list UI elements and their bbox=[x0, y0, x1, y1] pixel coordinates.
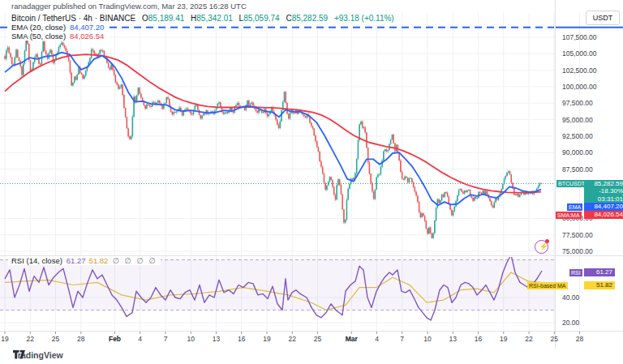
time-tick-label: 4 bbox=[129, 335, 152, 343]
time-tick-label: 16 bbox=[467, 335, 490, 343]
time-tick-label: 19 bbox=[492, 335, 515, 343]
symbol-legend-row[interactable]: Bitcoin / TetherUS · 4h · BINANCE O85,18… bbox=[8, 14, 398, 23]
high-value: 85,342.01 bbox=[196, 14, 233, 23]
boost-reactions-button[interactable]: ⚡ bbox=[535, 240, 548, 254]
time-tick-label: Mar bbox=[340, 335, 363, 343]
time-tick-label: 25 bbox=[45, 335, 67, 343]
bar-countdown: 03:31:01 bbox=[586, 195, 623, 203]
rsi-legend-row[interactable]: RSI (14, close)61.2751.82∅ ∅ ∅ ∅ bbox=[8, 256, 161, 265]
symbol-price-badge-tab: BTCUSDT bbox=[556, 180, 586, 187]
time-tick-label: 7 bbox=[154, 335, 177, 343]
price-tick-label: 77,500.00 bbox=[562, 231, 593, 239]
rsi-ma-value: 51.82 bbox=[89, 256, 109, 265]
rsi-empty-values: ∅ ∅ ∅ ∅ bbox=[112, 256, 157, 265]
change-percent: -18.30% bbox=[586, 187, 623, 195]
price-tick-label: 107,500.00 bbox=[562, 33, 597, 41]
rsi-badge-value: 61.27 bbox=[584, 268, 615, 276]
rsi-badge-tab: RSI bbox=[569, 269, 582, 276]
rsi-value: 61.27 bbox=[67, 256, 86, 265]
change-value: +93.18 (+0.11%) bbox=[334, 14, 394, 23]
time-tick-label: 13 bbox=[441, 335, 464, 343]
price-tick-label: 97,500.00 bbox=[562, 99, 593, 107]
rsi-tick-label: 20.00 bbox=[562, 319, 579, 327]
ema-value: 84,407.20 bbox=[70, 23, 104, 32]
low-value: 85,059.74 bbox=[243, 14, 280, 23]
rsi-ma-badge-value: 51.82 bbox=[584, 281, 615, 289]
price-tick-label: 75,000.00 bbox=[562, 247, 593, 255]
price-tick-label: 102,500.00 bbox=[562, 66, 597, 75]
symbol-price-badge: 85,282.59 -18.30% 03:31:01 bbox=[584, 180, 623, 203]
time-tick-label: 4 bbox=[366, 335, 389, 343]
price-tick-label: 95,000.00 bbox=[562, 116, 593, 124]
time-tick-label: 19 bbox=[0, 335, 16, 343]
ema-badge-tab: EMA bbox=[567, 203, 582, 211]
open-label: O bbox=[142, 14, 148, 23]
down-candle-wicks bbox=[5, 40, 541, 239]
publisher-attribution: ranadagger published on TradingView.com,… bbox=[11, 2, 247, 11]
lightning-icon: ⚡ bbox=[539, 242, 548, 251]
rsi-label: RSI (14, close) bbox=[11, 256, 62, 265]
time-tick-label: 22 bbox=[19, 335, 41, 343]
time-tick-label: 7 bbox=[391, 335, 414, 343]
time-tick-label: 22 bbox=[281, 335, 303, 343]
close-label: C bbox=[286, 14, 291, 23]
sma-legend-row[interactable]: SMA (50, close)84,026.54 bbox=[8, 32, 108, 41]
tradingview-chart-window: ranadagger published on TradingView.com,… bbox=[0, 0, 623, 364]
sma-badge-tab: SMA:MA bbox=[556, 212, 582, 219]
up-candle-wicks bbox=[6, 39, 540, 238]
time-tick-label: 25 bbox=[543, 335, 565, 343]
notification-dot bbox=[545, 239, 549, 243]
sma-value: 84,026.54 bbox=[70, 32, 104, 41]
tradingview-logo-icon bbox=[13, 350, 25, 359]
ema-label: EMA (20, close) bbox=[11, 23, 66, 32]
time-tick-label: Feb bbox=[104, 335, 127, 343]
close-value: 85,282.59 bbox=[292, 14, 329, 23]
price-tick-label: 105,000.00 bbox=[562, 49, 597, 58]
price-tick-label: 87,500.00 bbox=[562, 165, 593, 173]
last-price: 85,282.59 bbox=[586, 180, 623, 188]
time-tick-label: 25 bbox=[307, 335, 329, 343]
time-tick-label: 28 bbox=[70, 335, 92, 343]
price-tick-label: 100,000.00 bbox=[562, 83, 597, 91]
price-tick-label: 92,500.00 bbox=[562, 132, 593, 140]
ema-legend-row[interactable]: EMA (20, close)84,407.20 bbox=[8, 23, 108, 32]
time-tick-label: 19 bbox=[256, 335, 278, 343]
sma-badge-value: 84,026.54 bbox=[584, 211, 623, 219]
time-tick-label: 22 bbox=[518, 335, 540, 343]
symbol-title: Bitcoin / TetherUS · 4h · BINANCE bbox=[11, 14, 135, 23]
open-value: 85,189.41 bbox=[148, 14, 185, 23]
rsi-ma-badge-tab: RSI-based MA bbox=[527, 282, 568, 289]
price-tick-label: 90,000.00 bbox=[562, 148, 593, 156]
time-tick-label: 16 bbox=[230, 335, 253, 343]
ema-badge-value: 84,407.20 bbox=[584, 203, 623, 211]
time-tick-label: 10 bbox=[179, 335, 202, 343]
sma-label: SMA (50, close) bbox=[11, 32, 66, 41]
time-tick-label: 28 bbox=[569, 335, 591, 343]
time-tick-label: 13 bbox=[205, 335, 228, 343]
currency-unit-button[interactable]: USDT bbox=[586, 11, 620, 25]
rsi-tick-label: 40.00 bbox=[562, 293, 579, 302]
tradingview-logo[interactable]: TradingView bbox=[13, 350, 63, 360]
time-tick-label: 10 bbox=[416, 335, 439, 343]
chart-svg[interactable] bbox=[0, 0, 623, 364]
